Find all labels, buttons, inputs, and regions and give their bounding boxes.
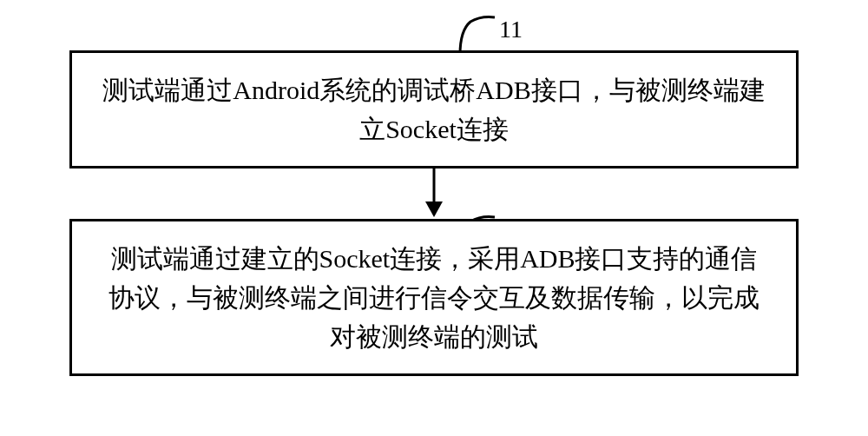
arrow-connector [69, 168, 799, 219]
flowchart-step-11: 测试端通过Android系统的调试桥ADB接口，与被测终端建立Socket连接 [69, 50, 799, 168]
step-text-11: 测试端通过Android系统的调试桥ADB接口，与被测终端建立Socket连接 [102, 76, 765, 143]
arrow-down-icon [417, 168, 451, 219]
step-text-12: 测试端通过建立的Socket连接，采用ADB接口支持的通信协议，与被测终端之间进… [108, 244, 760, 351]
flowchart-step-12: 测试端通过建立的Socket连接，采用ADB接口支持的通信协议，与被测终端之间进… [69, 219, 799, 376]
step-label-11: 11 [499, 16, 523, 43]
svg-marker-1 [425, 201, 443, 217]
flowchart-diagram: 11 测试端通过Android系统的调试桥ADB接口，与被测终端建立Socket… [0, 0, 868, 436]
